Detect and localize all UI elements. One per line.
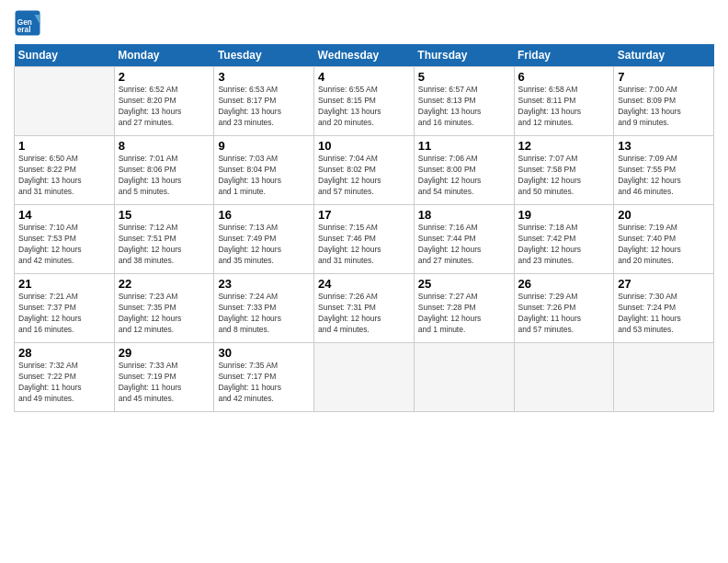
calendar-cell: 14Sunrise: 7:10 AM Sunset: 7:53 PM Dayli… [15, 205, 115, 274]
day-detail: Sunrise: 6:53 AM Sunset: 8:17 PM Dayligh… [218, 85, 310, 129]
calendar-cell: 6Sunrise: 6:58 AM Sunset: 8:11 PM Daylig… [514, 67, 614, 136]
day-detail: Sunrise: 7:15 AM Sunset: 7:46 PM Dayligh… [318, 223, 410, 267]
day-number: 5 [418, 70, 510, 84]
day-detail: Sunrise: 7:04 AM Sunset: 8:02 PM Dayligh… [318, 154, 410, 198]
calendar-cell: 2Sunrise: 6:52 AM Sunset: 8:20 PM Daylig… [114, 67, 214, 136]
day-detail: Sunrise: 7:32 AM Sunset: 7:22 PM Dayligh… [18, 361, 110, 405]
calendar-cell: 17Sunrise: 7:15 AM Sunset: 7:46 PM Dayli… [314, 205, 415, 274]
calendar-cell: 10Sunrise: 7:04 AM Sunset: 8:02 PM Dayli… [314, 136, 415, 205]
day-number: 9 [218, 139, 310, 153]
day-detail: Sunrise: 7:35 AM Sunset: 7:17 PM Dayligh… [218, 361, 310, 405]
calendar-week-row: 2Sunrise: 6:52 AM Sunset: 8:20 PM Daylig… [15, 67, 714, 136]
calendar-cell: 27Sunrise: 7:30 AM Sunset: 7:24 PM Dayli… [614, 274, 714, 343]
day-detail: Sunrise: 7:06 AM Sunset: 8:00 PM Dayligh… [418, 154, 510, 198]
calendar-cell: 16Sunrise: 7:13 AM Sunset: 7:49 PM Dayli… [214, 205, 314, 274]
day-detail: Sunrise: 7:27 AM Sunset: 7:28 PM Dayligh… [418, 292, 510, 336]
weekday-header-row: SundayMondayTuesdayWednesdayThursdayFrid… [15, 44, 714, 67]
day-number: 19 [518, 208, 610, 222]
calendar-cell: 3Sunrise: 6:53 AM Sunset: 8:17 PM Daylig… [214, 67, 314, 136]
weekday-header: Saturday [614, 44, 714, 67]
day-detail: Sunrise: 6:52 AM Sunset: 8:20 PM Dayligh… [119, 85, 210, 129]
day-detail: Sunrise: 7:19 AM Sunset: 7:40 PM Dayligh… [618, 223, 710, 267]
day-number: 4 [318, 70, 410, 84]
calendar-cell: 1Sunrise: 6:50 AM Sunset: 8:22 PM Daylig… [15, 136, 115, 205]
day-number: 27 [618, 277, 710, 291]
day-detail: Sunrise: 7:12 AM Sunset: 7:51 PM Dayligh… [119, 223, 210, 267]
day-number: 20 [618, 208, 710, 222]
weekday-header: Thursday [414, 44, 514, 67]
day-number: 24 [318, 277, 410, 291]
day-number: 10 [318, 139, 410, 153]
calendar-cell: 12Sunrise: 7:07 AM Sunset: 7:58 PM Dayli… [514, 136, 614, 205]
calendar-cell [314, 343, 415, 412]
calendar-cell: 25Sunrise: 7:27 AM Sunset: 7:28 PM Dayli… [414, 274, 514, 343]
day-detail: Sunrise: 7:10 AM Sunset: 7:53 PM Dayligh… [18, 223, 110, 267]
calendar-cell: 4Sunrise: 6:55 AM Sunset: 8:15 PM Daylig… [314, 67, 415, 136]
weekday-header: Friday [514, 44, 614, 67]
day-number: 23 [218, 277, 310, 291]
calendar-week-row: 28Sunrise: 7:32 AM Sunset: 7:22 PM Dayli… [15, 343, 714, 412]
calendar-cell: 9Sunrise: 7:03 AM Sunset: 8:04 PM Daylig… [214, 136, 314, 205]
calendar-cell [614, 343, 714, 412]
calendar-cell: 20Sunrise: 7:19 AM Sunset: 7:40 PM Dayli… [614, 205, 714, 274]
day-detail: Sunrise: 7:33 AM Sunset: 7:19 PM Dayligh… [119, 361, 210, 405]
calendar-cell: 21Sunrise: 7:21 AM Sunset: 7:37 PM Dayli… [15, 274, 115, 343]
day-number: 15 [119, 208, 210, 222]
calendar-cell [414, 343, 514, 412]
day-number: 2 [119, 70, 210, 84]
calendar-cell: 28Sunrise: 7:32 AM Sunset: 7:22 PM Dayli… [15, 343, 115, 412]
weekday-header: Sunday [15, 44, 115, 67]
day-detail: Sunrise: 7:26 AM Sunset: 7:31 PM Dayligh… [318, 292, 410, 336]
day-detail: Sunrise: 7:09 AM Sunset: 7:55 PM Dayligh… [618, 154, 710, 198]
logo: Gen eral [14, 9, 43, 37]
calendar-cell: 23Sunrise: 7:24 AM Sunset: 7:33 PM Dayli… [214, 274, 314, 343]
day-number: 7 [618, 70, 710, 84]
day-number: 1 [18, 139, 110, 153]
weekday-header: Wednesday [314, 44, 415, 67]
calendar-cell: 7Sunrise: 7:00 AM Sunset: 8:09 PM Daylig… [614, 67, 714, 136]
day-number: 14 [18, 208, 110, 222]
calendar-cell [514, 343, 614, 412]
page-header: Gen eral [14, 9, 714, 37]
day-number: 18 [418, 208, 510, 222]
day-detail: Sunrise: 6:50 AM Sunset: 8:22 PM Dayligh… [18, 154, 110, 198]
calendar-week-row: 1Sunrise: 6:50 AM Sunset: 8:22 PM Daylig… [15, 136, 714, 205]
calendar-week-row: 14Sunrise: 7:10 AM Sunset: 7:53 PM Dayli… [15, 205, 714, 274]
day-number: 3 [218, 70, 310, 84]
day-detail: Sunrise: 7:30 AM Sunset: 7:24 PM Dayligh… [618, 292, 710, 336]
page-container: Gen eral SundayMondayTuesdayWednesdayThu… [0, 0, 728, 421]
calendar-cell: 8Sunrise: 7:01 AM Sunset: 8:06 PM Daylig… [114, 136, 214, 205]
day-number: 29 [119, 346, 210, 360]
calendar-cell: 5Sunrise: 6:57 AM Sunset: 8:13 PM Daylig… [414, 67, 514, 136]
day-number: 11 [418, 139, 510, 153]
svg-text:eral: eral [17, 26, 31, 34]
day-number: 16 [218, 208, 310, 222]
day-number: 30 [218, 346, 310, 360]
day-number: 13 [618, 139, 710, 153]
day-detail: Sunrise: 7:21 AM Sunset: 7:37 PM Dayligh… [18, 292, 110, 336]
calendar-cell: 19Sunrise: 7:18 AM Sunset: 7:42 PM Dayli… [514, 205, 614, 274]
calendar-cell: 18Sunrise: 7:16 AM Sunset: 7:44 PM Dayli… [414, 205, 514, 274]
calendar-cell: 11Sunrise: 7:06 AM Sunset: 8:00 PM Dayli… [414, 136, 514, 205]
calendar-cell: 13Sunrise: 7:09 AM Sunset: 7:55 PM Dayli… [614, 136, 714, 205]
day-detail: Sunrise: 7:00 AM Sunset: 8:09 PM Dayligh… [618, 85, 710, 129]
calendar-table: SundayMondayTuesdayWednesdayThursdayFrid… [14, 44, 714, 412]
day-detail: Sunrise: 7:07 AM Sunset: 7:58 PM Dayligh… [518, 154, 610, 198]
day-number: 26 [518, 277, 610, 291]
day-number: 25 [418, 277, 510, 291]
calendar-cell: 26Sunrise: 7:29 AM Sunset: 7:26 PM Dayli… [514, 274, 614, 343]
calendar-cell: 29Sunrise: 7:33 AM Sunset: 7:19 PM Dayli… [114, 343, 214, 412]
calendar-cell: 15Sunrise: 7:12 AM Sunset: 7:51 PM Dayli… [114, 205, 214, 274]
day-detail: Sunrise: 7:24 AM Sunset: 7:33 PM Dayligh… [218, 292, 310, 336]
day-detail: Sunrise: 7:01 AM Sunset: 8:06 PM Dayligh… [119, 154, 210, 198]
logo-icon: Gen eral [14, 9, 41, 37]
calendar-cell: 22Sunrise: 7:23 AM Sunset: 7:35 PM Dayli… [114, 274, 214, 343]
calendar-cell: 24Sunrise: 7:26 AM Sunset: 7:31 PM Dayli… [314, 274, 415, 343]
day-number: 28 [18, 346, 110, 360]
calendar-cell [15, 67, 115, 136]
day-detail: Sunrise: 7:13 AM Sunset: 7:49 PM Dayligh… [218, 223, 310, 267]
calendar-week-row: 21Sunrise: 7:21 AM Sunset: 7:37 PM Dayli… [15, 274, 714, 343]
day-detail: Sunrise: 7:16 AM Sunset: 7:44 PM Dayligh… [418, 223, 510, 267]
day-number: 6 [518, 70, 610, 84]
day-detail: Sunrise: 6:55 AM Sunset: 8:15 PM Dayligh… [318, 85, 410, 129]
